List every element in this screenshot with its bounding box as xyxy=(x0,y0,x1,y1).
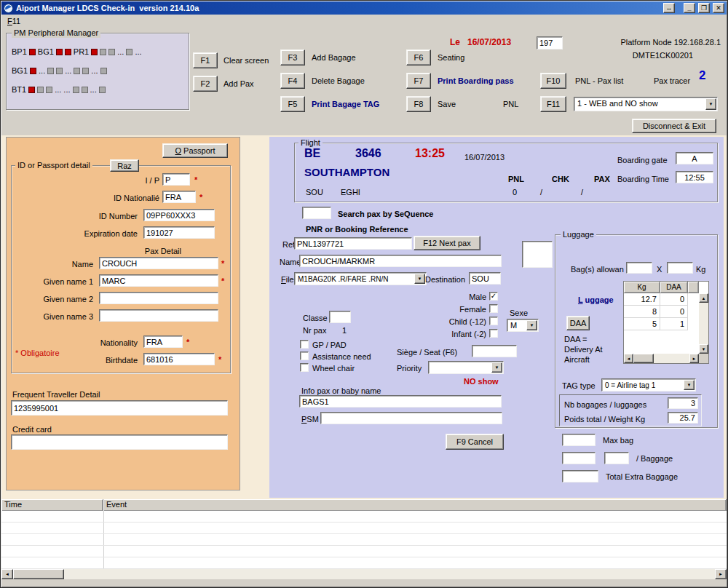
counter-input[interactable] xyxy=(537,36,563,49)
scroll-right-icon[interactable]: ► xyxy=(715,569,727,579)
pnl-count: 0 xyxy=(513,188,517,197)
frequent-traveller-input[interactable] xyxy=(11,400,228,416)
event-row[interactable] xyxy=(1,523,727,534)
per-baggage-input-2[interactable] xyxy=(604,452,629,464)
given-name-3-input[interactable] xyxy=(99,309,218,322)
grid-cell-daa[interactable]: 1 xyxy=(660,318,688,330)
count-separator: / xyxy=(581,188,583,197)
child-checkbox[interactable] xyxy=(489,317,498,325)
wheel-chair-checkbox[interactable] xyxy=(300,363,309,372)
menu-item-f11[interactable]: F11 xyxy=(7,17,20,26)
boarding-gate-input[interactable] xyxy=(676,152,713,164)
f11-button[interactable]: F11 xyxy=(540,96,566,112)
grid-header-kg[interactable]: Kg xyxy=(624,282,660,293)
pax-name-input[interactable] xyxy=(299,255,502,267)
given-name-2-input[interactable] xyxy=(99,292,218,304)
chevron-down-icon[interactable]: ▼ xyxy=(491,362,502,373)
grid-cell-kg[interactable]: 8 xyxy=(624,306,660,318)
info-pax-input[interactable] xyxy=(299,395,502,408)
total-extra-baggage-input[interactable] xyxy=(562,470,598,482)
close-button[interactable]: ✕ xyxy=(713,3,724,13)
time-column-header[interactable]: Time xyxy=(1,499,103,511)
expiration-date-input[interactable] xyxy=(143,226,215,239)
f1-button[interactable]: F1 xyxy=(193,52,218,68)
event-row[interactable] xyxy=(1,534,727,546)
o-passport-button[interactable]: O Passport xyxy=(162,143,228,158)
grid-cell-daa[interactable]: 0 xyxy=(660,293,688,306)
peripheral-label-pr1: PR1 xyxy=(74,47,89,56)
scroll-left-icon[interactable]: ◄ xyxy=(1,569,13,579)
f11-filter-select[interactable]: 1 - WEB and NO show ▼ xyxy=(574,97,718,111)
chevron-down-icon[interactable]: ▼ xyxy=(526,320,537,330)
nationality-input[interactable] xyxy=(143,335,183,348)
name-input[interactable] xyxy=(99,257,218,269)
ip-input[interactable] xyxy=(162,173,190,186)
seat-input[interactable] xyxy=(472,345,517,357)
female-checkbox[interactable] xyxy=(489,304,498,313)
priority-select[interactable]: ▼ xyxy=(428,361,504,374)
f7-button[interactable]: F7 xyxy=(406,73,431,89)
destination-input[interactable] xyxy=(469,272,501,285)
boarding-time-input[interactable] xyxy=(676,171,713,183)
main-area: O Passport ID or Passport detail Raz I /… xyxy=(1,135,727,499)
event-row[interactable] xyxy=(1,557,727,569)
bag-allowance-input[interactable] xyxy=(626,262,652,274)
file-select[interactable]: M1BAG20K .R/FARE .RN/N ▼ xyxy=(294,272,427,285)
classe-input[interactable] xyxy=(329,311,351,323)
event-hscrollbar-thumb[interactable] xyxy=(13,569,64,579)
event-row[interactable] xyxy=(1,546,727,557)
credit-card-input[interactable] xyxy=(11,434,228,450)
scroll-up-icon[interactable]: ▲ xyxy=(699,293,708,303)
assistance-checkbox[interactable] xyxy=(300,351,309,360)
ref-input[interactable] xyxy=(294,237,412,250)
luggage-link-label[interactable]: L uggage xyxy=(578,295,614,305)
id-number-input[interactable] xyxy=(143,209,215,221)
f5-button[interactable]: F5 xyxy=(280,96,305,112)
luggage-grid[interactable]: Kg DAA 12.7 0 8 0 5 1 ▲ ▼ ◄ ► xyxy=(623,281,709,364)
grid-cell-kg[interactable]: 12.7 xyxy=(624,293,660,306)
f12-next-pax-button[interactable]: F12 Next pax xyxy=(414,236,480,250)
daa-button[interactable]: DAA xyxy=(566,316,590,330)
tag-type-select[interactable]: 0 = Airline tag 1 ▼ xyxy=(601,378,696,392)
scroll-left-icon[interactable]: ◄ xyxy=(624,354,633,363)
gp-pad-checkbox[interactable] xyxy=(300,340,309,349)
chevron-down-icon[interactable]: ▼ xyxy=(414,274,425,284)
titlebar[interactable]: Aiport Manager LDCS Check-in version 214… xyxy=(1,1,727,15)
chevron-down-icon[interactable]: ▼ xyxy=(705,98,716,110)
given-name-1-input[interactable] xyxy=(99,274,218,287)
per-baggage-input-1[interactable] xyxy=(562,452,596,464)
poids-total-input[interactable] xyxy=(668,412,698,424)
f10-button[interactable]: F10 xyxy=(540,73,566,89)
grid-header-daa[interactable]: DAA xyxy=(660,282,688,293)
f3-button[interactable]: F3 xyxy=(280,49,305,65)
resize-window-button[interactable]: ↔ xyxy=(663,3,675,13)
grid-cell-kg[interactable]: 5 xyxy=(624,318,660,330)
scroll-down-icon[interactable]: ▼ xyxy=(699,344,708,354)
raz-button[interactable]: Raz xyxy=(110,159,139,172)
grid-cell-daa[interactable]: 0 xyxy=(660,306,688,318)
event-hscrollbar-track[interactable] xyxy=(13,569,715,579)
event-column-header[interactable]: Event xyxy=(103,499,727,511)
f6-button[interactable]: F6 xyxy=(406,49,431,65)
maximize-button[interactable]: ❐ xyxy=(698,3,710,13)
f8-button[interactable]: F8 xyxy=(406,96,431,112)
disconnect-exit-button[interactable]: Disconnect & Exit xyxy=(632,119,716,133)
event-row[interactable] xyxy=(1,511,727,523)
grid-hscrollbar-thumb[interactable] xyxy=(633,354,654,363)
f2-button[interactable]: F2 xyxy=(193,76,218,92)
scroll-right-icon[interactable]: ► xyxy=(689,354,699,363)
chevron-down-icon[interactable]: ▼ xyxy=(684,380,695,390)
male-checkbox[interactable]: ✓ xyxy=(489,292,498,301)
psm-input[interactable] xyxy=(320,412,502,424)
bag-allowance-kg-input[interactable] xyxy=(667,262,693,274)
infant-checkbox[interactable] xyxy=(489,329,498,338)
f9-cancel-button[interactable]: F9 Cancel xyxy=(446,434,504,450)
birthdate-input[interactable] xyxy=(143,353,215,365)
max-bag-input[interactable] xyxy=(562,434,596,446)
f4-button[interactable]: F4 xyxy=(280,73,305,89)
id-nationality-input[interactable] xyxy=(162,191,196,203)
sequence-search-input[interactable] xyxy=(302,207,331,219)
sexe-select[interactable]: M ▼ xyxy=(507,319,539,332)
nb-bagages-input[interactable] xyxy=(668,397,698,409)
minimize-button[interactable]: _ xyxy=(684,3,695,13)
